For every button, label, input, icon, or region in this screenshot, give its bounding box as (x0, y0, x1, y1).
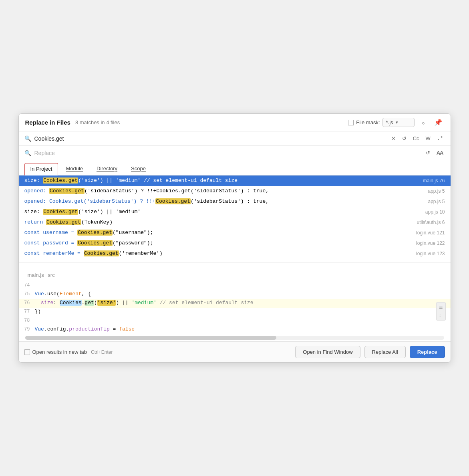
result-suffix: ("password"); (113, 240, 153, 246)
code-path: src (48, 272, 54, 278)
chevron-down-icon: ▾ (396, 120, 398, 125)
clear-search-button[interactable]: ✕ (390, 135, 397, 142)
result-prefix: size: (24, 177, 43, 184)
result-suffix: ('size') || 'medium' // set element-ui d… (78, 177, 238, 184)
code-line: 78 (19, 317, 451, 325)
line-content (35, 317, 451, 323)
result-item[interactable]: return Cookies.get(TokenKey) utils\auth.… (19, 217, 451, 228)
replace-in-files-window: Replace in Files 8 matches in 4 files Fi… (18, 113, 451, 363)
code-highlight-cookies: Cookies (60, 300, 82, 306)
result-suffix: (TokenKey) (81, 219, 113, 225)
result-item[interactable]: const password = Cookies.get("password")… (19, 238, 451, 248)
replace-placeholder[interactable]: Replace (34, 150, 421, 156)
result-item[interactable]: opened: Cookies.get('sidebarStatus') ? !… (19, 196, 451, 207)
result-file: main.js 76 (417, 178, 445, 184)
code-file-header: main.js src (19, 270, 451, 281)
search-row: 🔍 ✕ ↺ Cc W .* (19, 131, 451, 146)
result-item[interactable]: size: Cookies.get('size') || 'medium' ap… (19, 207, 451, 217)
code-filename: main.js (28, 272, 44, 278)
line-content: Vue.config.productionTip = false (35, 326, 451, 332)
result-item[interactable]: opened: Cookies.get('sidebarStatus') ? !… (19, 186, 451, 196)
result-highlight: Cookies.get (46, 219, 81, 225)
filemask-checkbox[interactable] (348, 120, 354, 125)
tab-module[interactable]: Module (60, 163, 89, 175)
result-suffix: ('size') || 'medium' (78, 209, 141, 215)
result-content: opened: Cookies.get('sidebarStatus') ? !… (24, 198, 422, 204)
line-content: Vue.use(Element, { (35, 291, 451, 297)
tab-scope[interactable]: Scope (125, 163, 152, 175)
line-number: 79 (19, 327, 35, 332)
result-item[interactable]: const username = Cookies.get("username")… (19, 228, 451, 238)
result-content: const password = Cookies.get("password")… (24, 240, 410, 246)
line-content: size: Cookies.get('size') || 'medium' //… (35, 300, 451, 306)
replace-actions: ↺ AA (424, 149, 445, 157)
replace-all-button[interactable]: Replace All (364, 346, 406, 358)
result-highlight: Cookies.get (155, 198, 191, 204)
regex-icon[interactable]: .* (435, 135, 445, 142)
result-file: app.js 5 (421, 188, 445, 194)
replace-history-icon[interactable]: ↺ (424, 149, 432, 157)
filemask-value: *.js (386, 119, 393, 125)
code-preview: main.js src 74 75 Vue.use(Element, { 76 … (19, 266, 451, 341)
open-find-window-button[interactable]: Open in Find Window (295, 346, 360, 358)
result-content: const rememberMe = Cookies.get('remember… (24, 250, 410, 256)
result-item[interactable]: size: Cookies.get('size') || 'medium' //… (19, 175, 451, 186)
matches-count: 8 matches in 4 files (75, 119, 120, 125)
result-file: app.js 5 (421, 199, 445, 204)
filemask-input[interactable]: *.js ▾ (382, 118, 415, 127)
result-suffix: ('sidebarStatus') : true, (191, 198, 269, 204)
code-editor: 74 75 Vue.use(Element, { 76 size: Cookie… (19, 281, 451, 341)
code-line-highlighted: 76 size: Cookies.get('size') || 'medium'… (19, 299, 451, 308)
result-item[interactable]: const rememberMe = Cookies.get('remember… (19, 248, 451, 259)
filemask-label: File mask: (356, 119, 380, 125)
result-highlight: Cookies.get (43, 177, 78, 184)
filemask-section: File mask: *.js ▾ (348, 118, 414, 127)
result-content: const username = Cookies.get("username")… (24, 230, 410, 236)
open-new-tab-checkbox[interactable] (24, 349, 30, 355)
window-title: Replace in Files (25, 119, 70, 126)
code-line: 77 }) (19, 308, 451, 317)
footer: Open results in new tab Ctrl+Enter Open … (19, 341, 451, 362)
tab-in-project[interactable]: In Project (24, 163, 58, 175)
match-case-replace-icon[interactable]: AA (435, 149, 445, 157)
header: Replace in Files 8 matches in 4 files Fi… (19, 114, 451, 131)
result-content: size: Cookies.get('size') || 'medium' (24, 209, 419, 215)
results-list: size: Cookies.get('size') || 'medium' //… (19, 175, 451, 259)
replace-button[interactable]: Replace (410, 346, 445, 358)
whole-word-icon[interactable]: W (424, 135, 432, 142)
regex-history-icon[interactable]: ↺ (401, 135, 408, 142)
search-input[interactable] (34, 135, 386, 142)
case-sensitive-icon[interactable]: Cc (411, 135, 421, 142)
line-content: }) (35, 309, 451, 315)
result-content: return Cookies.get(TokenKey) (24, 219, 411, 225)
line-number: 76 (19, 300, 35, 306)
result-file: utils\auth.js 6 (410, 220, 445, 225)
replace-search-icon: 🔍 (24, 150, 31, 156)
line-number: 78 (19, 318, 35, 323)
result-file: login.vue 121 (410, 230, 445, 236)
code-highlight-size: 'size' (97, 300, 116, 306)
result-highlight: Cookies.get (77, 240, 113, 246)
line-content (35, 282, 451, 288)
result-suffix: ("username"); (113, 230, 153, 236)
code-highlight-get: get (85, 300, 94, 306)
replace-row: 🔍 Replace ↺ AA (19, 146, 451, 160)
horizontal-scrollbar[interactable] (25, 336, 444, 340)
result-content: opened: Cookies.get('sidebarStatus') ? !… (24, 188, 422, 194)
line-number: 75 (19, 291, 35, 297)
result-content: size: Cookies.get('size') || 'medium' //… (24, 177, 417, 184)
result-suffix: ('rememberMe') (119, 250, 163, 256)
scroll-icon[interactable]: ≡↕ (436, 302, 446, 321)
code-lines: 74 75 Vue.use(Element, { 76 size: Cookie… (19, 281, 451, 334)
code-line: 75 Vue.use(Element, { (19, 290, 451, 299)
code-line: 79 Vue.config.productionTip = false (19, 325, 451, 334)
open-new-tab-section: Open results in new tab Ctrl+Enter (24, 349, 113, 355)
code-line: 74 (19, 281, 451, 290)
tab-directory[interactable]: Directory (91, 163, 123, 175)
result-highlight: Cookies.get (84, 250, 119, 256)
result-highlight: Cookies.get (77, 230, 113, 236)
result-highlight: Cookies.get (43, 209, 78, 215)
pin-icon[interactable]: 📌 (432, 118, 444, 127)
filter-icon[interactable]: ⬦ (419, 118, 427, 127)
result-highlight: Cookies.get (49, 188, 85, 194)
